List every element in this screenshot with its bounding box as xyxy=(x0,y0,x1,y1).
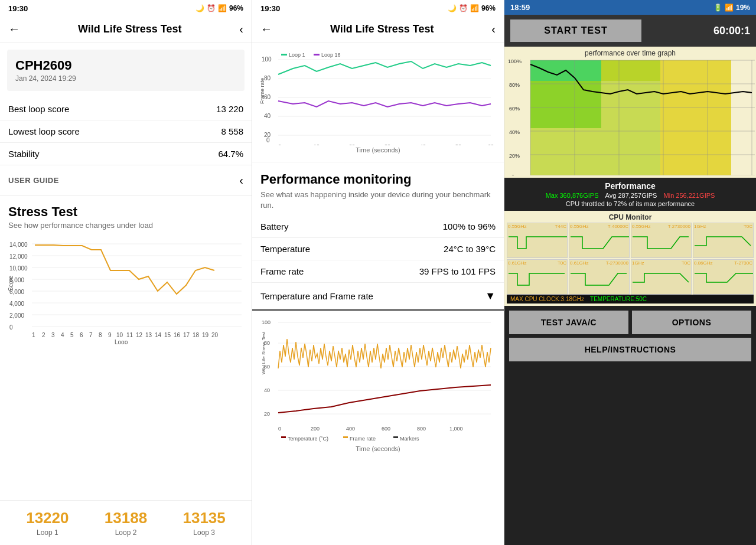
lowest-loop-value: 8 558 xyxy=(221,126,243,136)
cpu-cell-2-temp: T-40000C xyxy=(608,224,628,229)
cpu-cell-5-temp: T0C xyxy=(558,260,566,266)
dropdown-row[interactable]: Temperature and Frame rate ▼ xyxy=(252,283,504,311)
wifi-icon-2: 📶 xyxy=(470,4,479,12)
svg-text:Loop 16: Loop 16 xyxy=(321,52,341,58)
battery-icon-3: 🔋 xyxy=(713,4,722,12)
perf-monitoring-subtitle: See what was happening inside your devic… xyxy=(260,190,496,211)
panel-1: 19:30 🌙 ⏰ 📶 96% ← Wild Life Stress Test … xyxy=(0,0,252,545)
stress-subtitle: See how performance changes under load xyxy=(8,221,243,230)
stress-title: Stress Test xyxy=(8,204,243,220)
loop-chart-container: 14,000 12,000 10,000 8,000 6,000 4,000 2… xyxy=(0,238,252,500)
svg-text:4,000: 4,000 xyxy=(9,301,24,307)
cpu-wave-1 xyxy=(509,231,568,257)
timer-display: 60:00:1 xyxy=(647,25,750,37)
perf-gips-row: Max 360,876GIPS Avg 287,257GIPS Min 256,… xyxy=(510,192,750,199)
loop-3-value: 13135 xyxy=(183,509,225,527)
svg-text:40: 40 xyxy=(420,143,426,145)
status-bar-3: 18:59 🔋 📶 19% xyxy=(504,0,756,15)
loop-2-label: Loop 2 xyxy=(105,528,147,537)
perf-graph-container: performance over time graph xyxy=(504,47,756,178)
svg-text:14: 14 xyxy=(155,332,162,338)
options-button[interactable]: OPTIONS xyxy=(632,311,751,334)
svg-text:2: 2 xyxy=(42,332,45,338)
back-button-1[interactable]: ← xyxy=(8,22,20,36)
svg-text:Temperature (°C): Temperature (°C) xyxy=(288,436,328,442)
start-test-button[interactable]: START TEST xyxy=(510,19,641,42)
loop-1-label: Loop 1 xyxy=(26,528,69,537)
svg-rect-88 xyxy=(530,81,601,128)
user-guide-share-icon[interactable]: ‹ xyxy=(239,174,243,187)
avg-gips-value: 287,257GIPS xyxy=(618,192,657,199)
cpu-cell-1-freq: 0.55GHz xyxy=(508,224,527,229)
svg-text:30: 30 xyxy=(384,143,390,145)
panel-3: 18:59 🔋 📶 19% START TEST 60:00:1 perform… xyxy=(504,0,756,545)
start-test-row: START TEST 60:00:1 xyxy=(504,15,756,47)
share-button-2[interactable]: ‹ xyxy=(491,22,496,36)
min-gips-value: 256,221GIPS xyxy=(676,192,715,199)
cpu-temperature: TEMPERATURE:50C xyxy=(590,296,647,302)
moon-icon-2: 🌙 xyxy=(448,4,457,12)
max-gips-value: 360,876GIPS xyxy=(559,192,598,199)
framerate-chart: 100 80 60 40 20 0 0 10 20 30 40 50 60 xyxy=(260,51,496,145)
svg-rect-82 xyxy=(393,436,398,438)
cpu-grid: 0.55GHz T44C 0.55GHz T-40000C 0.55GHz T-… xyxy=(507,223,754,295)
panel-2: 19:30 🌙 ⏰ 📶 96% ← Wild Life Stress Test … xyxy=(252,0,504,545)
svg-text:40: 40 xyxy=(264,113,271,119)
svg-text:9: 9 xyxy=(108,332,112,338)
svg-text:800: 800 xyxy=(417,426,426,432)
svg-text:16: 16 xyxy=(174,332,181,338)
cpu-cell-3-temp: T-2730000 xyxy=(668,224,690,229)
user-guide-row[interactable]: USER GUIDE ‹ xyxy=(0,165,252,196)
svg-rect-78 xyxy=(281,436,286,438)
svg-text:17: 17 xyxy=(183,332,190,338)
framerate-x-label: Time (seconds) xyxy=(260,146,496,154)
svg-text:200: 200 xyxy=(311,426,320,432)
svg-text:0: 0 xyxy=(511,174,514,175)
cpu-cell-8-temp: T-2730C xyxy=(734,260,752,266)
top-nav-2: ← Wild Life Stress Test ‹ xyxy=(252,17,504,43)
svg-text:15: 15 xyxy=(164,332,171,338)
perf-over-time-graph: 100% 80% 60% 40% 20% 0 time(interval 10m… xyxy=(507,57,756,175)
loop-3-label: Loop 3 xyxy=(183,528,225,537)
svg-text:400: 400 xyxy=(346,426,355,432)
status-icons-1: 🌙 ⏰ 📶 96% xyxy=(195,4,243,12)
cpu-cell-7: 1GHz T0C xyxy=(631,259,692,295)
cpu-monitor-section: CPU Monitor 0.55GHz T44C 0.55GHz T-40000… xyxy=(504,211,756,306)
moon-icon: 🌙 xyxy=(195,4,204,12)
back-button-2[interactable]: ← xyxy=(260,22,272,36)
svg-text:8: 8 xyxy=(99,332,102,338)
alarm-icon: ⏰ xyxy=(207,4,216,12)
perf-graph-title: performance over time graph xyxy=(507,49,754,57)
svg-text:Loop 1: Loop 1 xyxy=(289,52,305,58)
framerate-row: Frame rate 39 FPS to 101 FPS xyxy=(252,260,504,283)
test-java-c-button[interactable]: TEST JAVA/C xyxy=(509,311,628,334)
max-gips-label: Max 360,876GIPS xyxy=(546,192,599,199)
top-nav-1: ← Wild Life Stress Test ‹ xyxy=(0,17,252,43)
user-guide-label: USER GUIDE xyxy=(8,176,59,185)
svg-text:Loop: Loop xyxy=(115,339,128,344)
alarm-icon-2: ⏰ xyxy=(459,4,468,12)
cpu-wave-6 xyxy=(571,267,630,294)
lowest-loop-row: Lowest loop score 8 558 xyxy=(0,120,252,143)
svg-rect-59 xyxy=(314,54,320,56)
svg-text:5: 5 xyxy=(70,332,74,338)
cpu-cell-3-freq: 0.55GHz xyxy=(632,224,651,229)
cpu-cell-3: 0.55GHz T-2730000 xyxy=(631,223,692,258)
loop-chart: 14,000 12,000 10,000 8,000 6,000 4,000 2… xyxy=(8,238,244,344)
cpu-cell-5: 0.61GHz T0C xyxy=(507,259,568,295)
share-button-1[interactable]: ‹ xyxy=(239,22,243,36)
cpu-max-clock: MAX CPU CLOCK:3.18GHz xyxy=(510,296,584,302)
status-icons-3: 🔋 📶 19% xyxy=(713,4,750,12)
svg-text:19: 19 xyxy=(202,332,209,338)
svg-text:1,000: 1,000 xyxy=(449,426,463,432)
device-date: Jan 24, 2024 19:29 xyxy=(15,74,236,83)
svg-text:100: 100 xyxy=(262,319,271,325)
temp-chart-x-label: Time (seconds) xyxy=(260,445,496,452)
lowest-loop-label: Lowest loop score xyxy=(8,126,80,136)
svg-rect-85 xyxy=(601,60,660,81)
cpu-cell-5-freq: 0.61GHz xyxy=(508,260,527,266)
svg-text:7: 7 xyxy=(89,332,93,338)
svg-text:1: 1 xyxy=(32,332,35,338)
help-instructions-button[interactable]: HELP/INSTRUCTIONS xyxy=(509,338,751,361)
svg-text:10,000: 10,000 xyxy=(9,265,28,272)
